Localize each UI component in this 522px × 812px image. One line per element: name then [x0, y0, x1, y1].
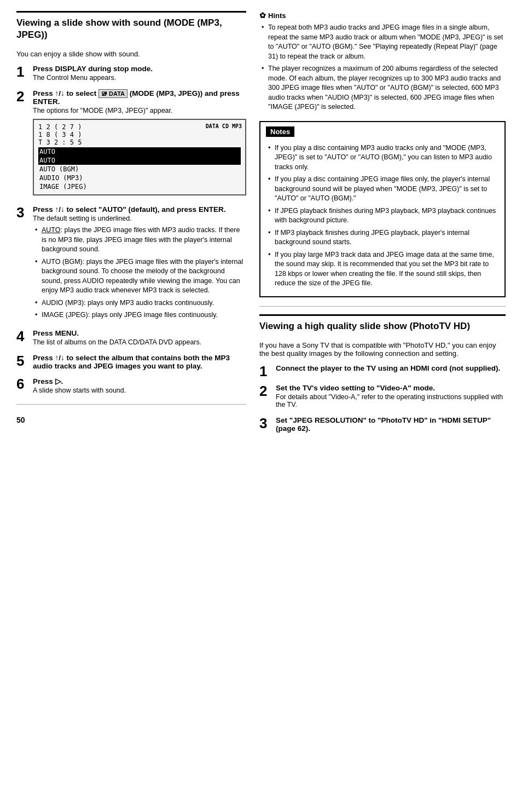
s2-step-1-title: Connect the player to the TV using an HD… — [276, 364, 506, 372]
menu-item-auto-bgm: AUTO (BGM) — [38, 165, 241, 174]
s2-step-2-sub: For details about "Video-A," refer to th… — [276, 393, 506, 408]
step-6-sub: A slide show starts with sound. — [33, 387, 246, 394]
step-4-title: Press MENU. — [33, 329, 246, 337]
bullet-auto: AUTO: plays the JPEG image files with MP… — [35, 226, 246, 255]
hint-item-1: To repeat both MP3 audio tracks and JPEG… — [262, 23, 506, 61]
s2-step-1-content: Connect the player to the TV using an HD… — [276, 364, 506, 373]
step-4: 4 Press MENU. The list of albums on the … — [16, 329, 246, 348]
section1-heading: Viewing a slide show with sound (MODE (M… — [16, 17, 246, 41]
menu-item-auto2: AUTO — [38, 156, 241, 165]
step-2-title: Press ↑/↓ to select 🖳 DATA (MODE (MP3, J… — [33, 89, 246, 106]
data-cd-label: DATA CD MP3 — [206, 123, 242, 129]
notes-title: Notes — [266, 126, 294, 137]
s2-step-1: 1 Connect the player to the TV using an … — [259, 364, 506, 378]
hints-list: To repeat both MP3 audio tracks and JPEG… — [259, 23, 506, 112]
step-1-sub: The Control Menu appears. — [33, 74, 246, 82]
section2-heading: Viewing a high quality slide show (Photo… — [259, 320, 506, 332]
step-5: 5 Press ↑/↓ to select the album that con… — [16, 354, 246, 371]
step-6: 6 Press ▷. A slide show starts with soun… — [16, 377, 246, 396]
step-6-title: Press ▷. — [33, 377, 246, 385]
s2-step-3-title: Set "JPEG RESOLUTION" to "PhotoTV HD" in… — [276, 416, 506, 433]
note-item-4: If MP3 playback finishes during JPEG pla… — [268, 228, 499, 247]
menu-items: AUTO AUTO AUTO (BGM) AUDIO (MP3) IMAGE (… — [38, 147, 241, 191]
section2-intro: If you have a Sony TV that is compatible… — [259, 341, 506, 358]
step-3-sub: The default setting is underlined. — [33, 215, 246, 222]
section1-title-block: Viewing a slide show with sound (MODE (M… — [16, 11, 246, 44]
hints-box: ✿ Hints To repeat both MP3 audio tracks … — [259, 11, 506, 112]
step-2: 2 Press ↑/↓ to select 🖳 DATA (MODE (MP3,… — [16, 89, 246, 200]
page-container: Viewing a slide show with sound (MODE (M… — [16, 11, 506, 439]
step-3-title: Press ↑/↓ to select "AUTO" (default), an… — [33, 205, 246, 214]
s2-step-2-number: 2 — [259, 384, 271, 398]
step-4-sub: The list of albums on the DATA CD/DATA D… — [33, 338, 246, 346]
notes-list: If you play a disc containing MP3 audio … — [266, 143, 499, 289]
note-item-3: If JPEG playback finishes during MP3 pla… — [268, 206, 499, 226]
step-3: 3 Press ↑/↓ to select "AUTO" (default), … — [16, 205, 246, 324]
s2-step-2: 2 Set the TV's video setting to "Video-A… — [259, 384, 506, 411]
s2-step-3-number: 3 — [259, 416, 271, 430]
bullet-auto-bgm: AUTO (BGM): plays the JPEG image files w… — [35, 257, 246, 296]
right-column: ✿ Hints To repeat both MP3 audio tracks … — [259, 11, 506, 439]
step-3-content: Press ↑/↓ to select "AUTO" (default), an… — [33, 205, 246, 324]
s2-step-3-content: Set "JPEG RESOLUTION" to "PhotoTV HD" in… — [276, 416, 506, 434]
step-3-bullets: AUTO: plays the JPEG image files with MP… — [33, 226, 246, 320]
step-3-number: 3 — [16, 205, 28, 220]
display-box: 1 2 ( 2 7 ) 1 8 ( 3 4 ) T 3 2 : 5 5 DATA… — [33, 119, 246, 195]
s2-step-2-content: Set the TV's video setting to "Video-A" … — [276, 384, 506, 411]
step-5-title: Press ↑/↓ to select the album that conta… — [33, 354, 246, 370]
section2-title-block: Viewing a high quality slide show (Photo… — [259, 314, 506, 336]
bullet-image-jpeg: IMAGE (JPEG): plays only JPEG image file… — [35, 310, 246, 320]
left-column: Viewing a slide show with sound (MODE (M… — [16, 11, 246, 439]
step-2-sub: The options for "MODE (MP3, JPEG)" appea… — [33, 107, 246, 114]
step-1: 1 Press DISPLAY during stop mode. The Co… — [16, 65, 246, 84]
step-2-content: Press ↑/↓ to select 🖳 DATA (MODE (MP3, J… — [33, 89, 246, 200]
s2-step-2-title: Set the TV's video setting to "Video-A" … — [276, 384, 506, 392]
step-6-content: Press ▷. A slide show starts with sound. — [33, 377, 246, 396]
step-4-content: Press MENU. The list of albums on the DA… — [33, 329, 246, 348]
hints-label: Hints — [268, 11, 286, 20]
menu-item-auto1: AUTO — [38, 147, 241, 156]
divider-1 — [16, 404, 246, 405]
hint-item-2: The player recognizes a maximum of 200 a… — [262, 64, 506, 112]
note-item-1: If you play a disc containing MP3 audio … — [268, 143, 499, 172]
display-line3: T 3 2 : 5 5 — [38, 139, 241, 146]
hints-icon: ✿ — [259, 11, 266, 20]
step-2-number: 2 — [16, 89, 28, 103]
notes-box: Notes If you play a disc containing MP3 … — [259, 121, 506, 297]
divider-2 — [259, 306, 506, 307]
note-item-2: If you play a disc containing JPEG image… — [268, 175, 499, 204]
step-5-content: Press ↑/↓ to select the album that conta… — [33, 354, 246, 371]
step-5-number: 5 — [16, 354, 28, 368]
step-1-number: 1 — [16, 65, 28, 79]
note-item-5: If you play large MP3 track data and JPE… — [268, 250, 499, 289]
page-number: 50 — [16, 416, 246, 424]
bullet-audio-mp3: AUDIO (MP3): plays only MP3 audio tracks… — [35, 298, 246, 308]
step-1-content: Press DISPLAY during stop mode. The Cont… — [33, 65, 246, 84]
step-4-number: 4 — [16, 329, 28, 343]
step-6-number: 6 — [16, 377, 28, 391]
s2-step-1-number: 1 — [259, 364, 271, 378]
hints-title: ✿ Hints — [259, 11, 506, 20]
s2-step-3: 3 Set "JPEG RESOLUTION" to "PhotoTV HD" … — [259, 416, 506, 434]
step-1-title: Press DISPLAY during stop mode. — [33, 65, 246, 73]
menu-item-image-jpeg: IMAGE (JPEG) — [38, 182, 241, 191]
section1-intro: You can enjoy a slide show with sound. — [16, 50, 246, 58]
display-line2: 1 8 ( 3 4 ) — [38, 131, 241, 139]
menu-item-audio-mp3: AUDIO (MP3) — [38, 174, 241, 182]
